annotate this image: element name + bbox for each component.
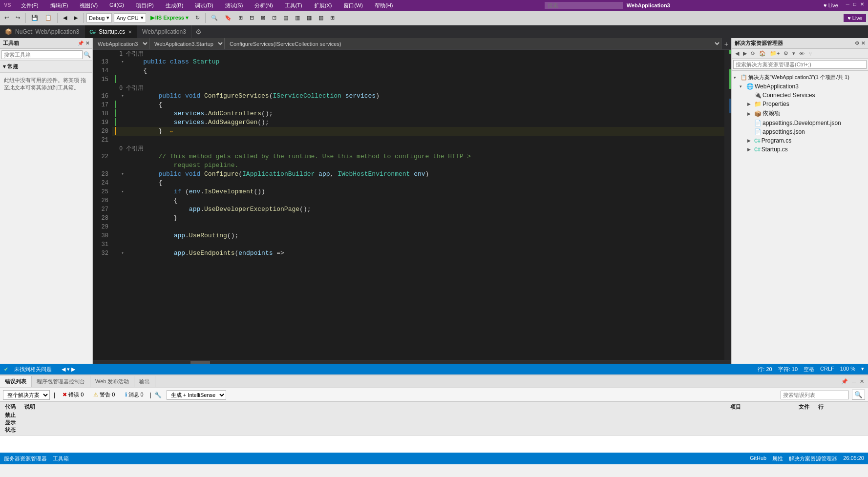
bottom-tab-errors[interactable]: 错误列表 bbox=[0, 376, 32, 387]
menu-file[interactable]: 文件(F) bbox=[19, 2, 41, 9]
line-num-13[interactable]: 13 bbox=[93, 58, 112, 66]
tree-item-appsettings-dev[interactable]: 📄 appsettings.Development.json bbox=[732, 119, 868, 127]
line-num-24[interactable]: 24 bbox=[93, 179, 112, 187]
status-line[interactable]: 行: 20 bbox=[758, 366, 772, 373]
method-dropdown[interactable]: ConfigureServices(IServiceCollection ser… bbox=[225, 38, 721, 49]
nav-button-7[interactable]: ▦ bbox=[304, 13, 314, 22]
nav-button-8[interactable]: ▧ bbox=[316, 13, 326, 22]
message-count-button[interactable]: ℹ 消息 0 bbox=[122, 390, 147, 400]
platform-dropdown[interactable]: Any CPU ▾ bbox=[114, 13, 146, 22]
live-share-button[interactable]: ♥ Live bbox=[820, 1, 842, 9]
line-num-18[interactable]: 18 bbox=[93, 109, 112, 118]
tree-item-connected-services[interactable]: 🔌 Connected Services bbox=[732, 91, 868, 100]
redo-button[interactable]: ↪ bbox=[13, 13, 22, 22]
editor-horizontal-scrollbar[interactable] bbox=[93, 360, 731, 364]
bottom-min-button[interactable]: ─ bbox=[851, 377, 857, 386]
menu-tools[interactable]: 工具(T) bbox=[283, 2, 304, 9]
bottom-status-github[interactable]: GitHub bbox=[750, 455, 766, 462]
search-toolbar-button[interactable]: 🔍 bbox=[209, 13, 220, 22]
bookmark-button[interactable]: 🔖 bbox=[222, 13, 234, 22]
line-num-16[interactable]: 16 bbox=[93, 92, 112, 101]
sol-new-project-button[interactable]: 📁+ bbox=[768, 50, 781, 57]
tab-settings-button[interactable]: ⚙ bbox=[191, 25, 206, 38]
tab-webapp[interactable]: WebApplication3 bbox=[137, 25, 191, 38]
nav-button-5[interactable]: ▤ bbox=[281, 13, 291, 22]
collapse-13[interactable]: ▾ bbox=[119, 58, 126, 66]
line-num-17[interactable]: 17 bbox=[93, 101, 112, 109]
build-option-dropdown[interactable]: 生成 + IntelliSense bbox=[167, 390, 226, 400]
sol-sync-button[interactable]: ⟳ bbox=[749, 50, 757, 57]
menu-debug[interactable]: 调试(D) bbox=[193, 2, 215, 9]
title-search-input[interactable] bbox=[545, 2, 623, 9]
line-num-28[interactable]: 28 bbox=[93, 214, 112, 223]
namespace-dropdown[interactable]: WebApplication3 bbox=[93, 38, 149, 49]
sol-back-button[interactable]: ◀ bbox=[734, 50, 741, 57]
error-search-button[interactable]: 🔍 bbox=[852, 390, 865, 400]
collapse-32[interactable]: ▾ bbox=[119, 249, 126, 258]
nav-button-1[interactable]: ⊞ bbox=[236, 13, 245, 22]
bottom-tab-package-manager[interactable]: 程序包管理器控制台 bbox=[32, 376, 90, 387]
tree-item-startup[interactable]: ▶ C# Startup.cs bbox=[732, 145, 868, 154]
line-num-29[interactable]: 29 bbox=[93, 223, 112, 231]
line-num-26[interactable]: 26 bbox=[93, 196, 112, 205]
sol-settings-button[interactable]: ⚙ bbox=[782, 50, 790, 57]
collapse-25[interactable]: ▾ bbox=[119, 187, 126, 196]
line-num-22[interactable]: 22 bbox=[93, 152, 112, 161]
toolbox-search-input[interactable] bbox=[1, 50, 83, 59]
menu-help[interactable]: 帮助(H) bbox=[373, 2, 395, 9]
status-zoom[interactable]: 100 % bbox=[840, 366, 855, 373]
line-num-31[interactable]: 31 bbox=[93, 240, 112, 249]
menu-extensions[interactable]: 扩展(X) bbox=[312, 2, 334, 9]
collapse-16[interactable]: ▾ bbox=[119, 92, 126, 101]
undo-button[interactable]: ↩ bbox=[2, 13, 11, 22]
bottom-pin-button[interactable]: 📌 bbox=[840, 377, 849, 386]
menu-project[interactable]: 项目(P) bbox=[134, 2, 156, 9]
nav-button-3[interactable]: ⊠ bbox=[258, 13, 268, 22]
close-button[interactable]: ✕ bbox=[860, 1, 864, 9]
menu-view[interactable]: 视图(V) bbox=[78, 2, 100, 9]
error-scope-dropdown[interactable]: 整个解决方案 bbox=[3, 390, 50, 400]
solution-search-input[interactable] bbox=[733, 60, 867, 69]
sol-preview-button[interactable]: 👁 bbox=[798, 50, 806, 57]
toolbox-section-general[interactable]: ▾ 常规 bbox=[0, 61, 92, 73]
status-nav-arrows[interactable]: ◀ ▾ ▶ bbox=[62, 366, 75, 373]
solution-close-icon[interactable]: ✕ bbox=[861, 41, 865, 46]
nav-plus-button[interactable]: + bbox=[721, 40, 731, 48]
sol-forward-button[interactable]: ▶ bbox=[741, 50, 748, 57]
maximize-button[interactable]: □ bbox=[853, 1, 856, 9]
bottom-tab-web-publish[interactable]: Web 发布活动 bbox=[90, 376, 134, 387]
bottom-tab-output[interactable]: 输出 bbox=[134, 376, 155, 387]
bottom-close-button[interactable]: ✕ bbox=[859, 377, 865, 386]
menu-build[interactable]: 生成(B) bbox=[164, 2, 186, 9]
toolbox-pin-icon[interactable]: 📌 bbox=[78, 41, 84, 46]
forward-button[interactable]: ▶ bbox=[71, 13, 80, 22]
minimize-button[interactable]: ─ bbox=[846, 1, 849, 9]
bottom-status-server-manager[interactable]: 服务器资源管理器 bbox=[4, 455, 47, 462]
line-num-15[interactable]: 15 bbox=[93, 75, 112, 84]
tab-startup-close[interactable]: ✕ bbox=[128, 29, 132, 35]
menu-window[interactable]: 窗口(W) bbox=[341, 2, 365, 9]
save-button[interactable]: 💾 bbox=[29, 13, 41, 22]
menu-test[interactable]: 测试(S) bbox=[223, 2, 245, 9]
class-dropdown[interactable]: WebApplication3.Startup bbox=[149, 38, 225, 49]
sol-home-button[interactable]: 🏠 bbox=[758, 50, 767, 57]
warning-count-button[interactable]: ⚠ 警告 0 bbox=[90, 390, 118, 400]
line-num-14[interactable]: 14 bbox=[93, 66, 112, 75]
nav-button-2[interactable]: ⊟ bbox=[247, 13, 256, 22]
tree-item-dependencies[interactable]: ▶ 📦 依赖项 bbox=[732, 108, 868, 119]
run-button[interactable]: ▶ IIS Express ▾ bbox=[148, 13, 191, 22]
sol-git-button[interactable]: ⑂ bbox=[807, 50, 813, 57]
collapse-23[interactable]: ▾ bbox=[119, 170, 126, 179]
error-count-button[interactable]: ✖ 错误 0 bbox=[59, 390, 87, 400]
refresh-button[interactable]: ↻ bbox=[193, 13, 202, 22]
line-num-27[interactable]: 27 bbox=[93, 205, 112, 214]
status-space[interactable]: 空格 bbox=[804, 366, 814, 373]
code-editor[interactable]: WebApplication3 WebApplication3.Startup … bbox=[93, 38, 731, 364]
line-num-25[interactable]: 25 bbox=[93, 187, 112, 196]
bottom-status-properties[interactable]: 属性 bbox=[772, 455, 783, 462]
tab-nuget[interactable]: 📦 NuGet: WebApplication3 bbox=[0, 25, 85, 38]
tree-item-appsettings[interactable]: 📄 appsettings.json bbox=[732, 127, 868, 136]
menu-git[interactable]: Git(G) bbox=[107, 2, 126, 9]
line-num-30[interactable]: 30 bbox=[93, 231, 112, 240]
nav-button-4[interactable]: ⊡ bbox=[270, 13, 279, 22]
